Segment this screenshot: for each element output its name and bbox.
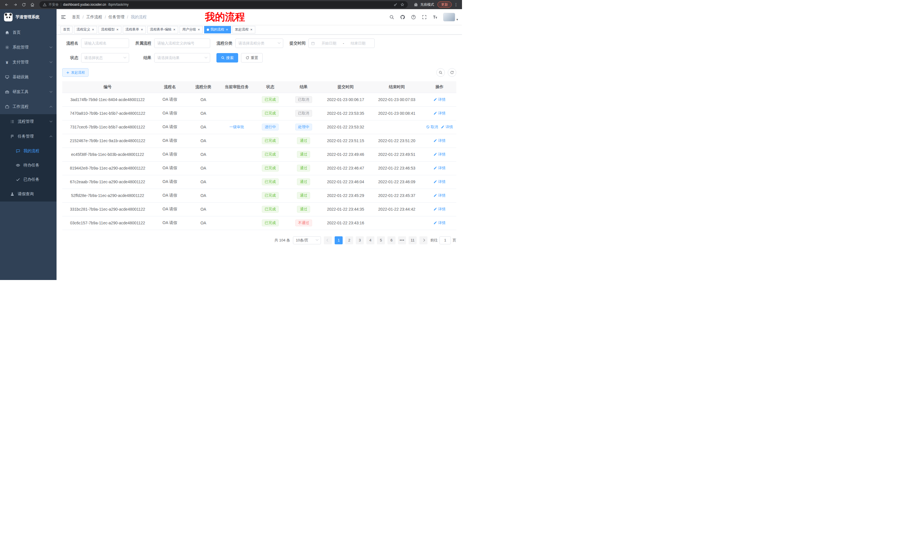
view-tab[interactable]: 流程模型×: [99, 26, 122, 33]
create-process-button[interactable]: 发起流程: [62, 68, 88, 77]
parent-process-input[interactable]: [158, 41, 207, 45]
task-link[interactable]: 一级审批: [229, 124, 244, 130]
user-avatar[interactable]: ▾: [443, 13, 458, 21]
close-icon[interactable]: ×: [173, 28, 176, 31]
detail-action[interactable]: 详情: [434, 179, 446, 184]
sidebar-item-leave-query[interactable]: 请假查询: [0, 187, 57, 202]
cell-name: OA 请假: [153, 93, 187, 106]
back-icon[interactable]: [3, 1, 10, 8]
cell-task: [220, 189, 254, 202]
reset-button[interactable]: 重置: [241, 53, 263, 63]
close-icon[interactable]: ×: [141, 28, 143, 31]
app-logo[interactable]: 芋道管理系统: [0, 9, 57, 25]
next-page-button[interactable]: [420, 236, 428, 244]
sidebar-item-payment[interactable]: ¥ 支付管理: [0, 55, 57, 70]
sidebar-item-devtools[interactable]: 研发工具: [0, 84, 57, 99]
annotation-title: 我的流程: [205, 10, 245, 24]
view-tab[interactable]: 流程表单-编辑×: [147, 26, 178, 33]
close-icon[interactable]: ×: [197, 28, 200, 31]
sidebar-item-home[interactable]: 首页: [0, 25, 57, 40]
start-date-placeholder[interactable]: 开始日期: [315, 41, 343, 46]
help-icon[interactable]: [411, 14, 416, 20]
font-size-icon[interactable]: [432, 14, 438, 20]
breadcrumb-item[interactable]: 工作流程: [86, 15, 102, 20]
sidebar-item-todo-tasks[interactable]: 待办任务: [0, 158, 57, 172]
view-tab[interactable]: 用户分组×: [180, 26, 203, 33]
detail-action[interactable]: 详情: [441, 124, 453, 130]
page-button[interactable]: 3: [356, 236, 364, 244]
cancel-action[interactable]: 取消: [426, 124, 438, 130]
detail-action[interactable]: 详情: [434, 207, 446, 212]
close-icon[interactable]: ×: [226, 28, 228, 31]
browser-menu-icon[interactable]: ⋮: [453, 2, 459, 7]
detail-action[interactable]: 详情: [434, 193, 446, 198]
page-button[interactable]: 5: [377, 236, 385, 244]
reload-icon[interactable]: [20, 1, 27, 8]
browser-update-button[interactable]: 更新: [438, 1, 452, 8]
refresh-icon: [246, 56, 249, 60]
column-header: 编号: [62, 81, 153, 93]
pagination-ellipsis[interactable]: •••: [398, 236, 406, 244]
fullscreen-icon[interactable]: [422, 14, 427, 20]
detail-action[interactable]: 详情: [434, 97, 446, 102]
hamburger-icon[interactable]: [60, 14, 67, 20]
column-header: 提交时间: [320, 81, 371, 93]
view-tab[interactable]: 发起流程×: [232, 26, 255, 33]
category-select[interactable]: 请选择流程分类: [235, 39, 283, 48]
goto-page-input[interactable]: [440, 236, 451, 244]
breadcrumb-item[interactable]: 任务管理: [108, 15, 124, 20]
page-button[interactable]: 1: [334, 236, 343, 244]
view-tab[interactable]: 首页: [60, 26, 72, 33]
password-key-icon[interactable]: [393, 3, 398, 7]
detail-action[interactable]: 详情: [434, 166, 446, 171]
address-bar[interactable]: 不安全 dashboard.yudao.iocoder.cn/bpm/task/…: [39, 1, 408, 8]
column-header: 流程分类: [187, 81, 220, 93]
prev-page-button[interactable]: [324, 236, 332, 244]
end-date-placeholder[interactable]: 结束日期: [344, 41, 372, 46]
cell-submit-time: 2022-01-23 00:06:17: [320, 93, 371, 106]
view-tab[interactable]: 流程定义×: [74, 26, 97, 33]
view-tab[interactable]: 我的流程×: [204, 26, 231, 33]
close-icon[interactable]: ×: [92, 28, 94, 31]
active-dot: [207, 28, 209, 31]
detail-action[interactable]: 详情: [434, 138, 446, 143]
view-tab[interactable]: 流程表单×: [123, 26, 146, 33]
sidebar-item-task-management[interactable]: 任务管理: [0, 129, 57, 144]
page-button[interactable]: 11: [409, 236, 417, 244]
cell-end-time: 2022-01-22 23:45:37: [370, 189, 423, 202]
sidebar-item-workflow[interactable]: 工作流程: [0, 99, 57, 114]
sidebar-item-system[interactable]: 系统管理: [0, 40, 57, 55]
result-select[interactable]: 请选择流结果: [154, 53, 210, 63]
page-button[interactable]: 6: [387, 236, 396, 244]
detail-action[interactable]: 详情: [434, 152, 446, 157]
cell-category: OA: [187, 120, 220, 134]
search-button[interactable]: 搜索: [216, 53, 238, 63]
search-icon[interactable]: [389, 14, 394, 20]
sidebar-item-my-process[interactable]: 我的流程: [0, 144, 57, 158]
detail-action[interactable]: 详情: [434, 111, 446, 116]
process-name-input[interactable]: [84, 41, 126, 45]
bookmark-star-icon[interactable]: [400, 3, 404, 7]
page-size-select[interactable]: 10条/页: [293, 236, 321, 244]
table-body: 3ad174fb-7b9d-11ec-8404-acde48001122OA 请…: [62, 93, 456, 230]
page-button[interactable]: 2: [345, 236, 353, 244]
forward-icon[interactable]: [11, 1, 19, 8]
sidebar-item-process-management[interactable]: 流程管理: [0, 114, 57, 129]
sidebar-item-infrastructure[interactable]: 基础设施: [0, 70, 57, 84]
home-button-icon[interactable]: [28, 1, 36, 8]
page-button[interactable]: 4: [366, 236, 374, 244]
table-refresh-icon[interactable]: [448, 68, 456, 77]
status-select[interactable]: 请选择状态: [81, 53, 129, 63]
sidebar-item-done-tasks[interactable]: 已办任务: [0, 172, 57, 187]
status-tag: 已完成: [262, 137, 279, 144]
table-search-icon[interactable]: [436, 68, 445, 77]
chevron-down-icon: [50, 45, 52, 48]
cell-submit-time: 2022-01-22 23:45:29: [320, 189, 371, 202]
chevron-up-icon: [50, 135, 52, 138]
github-icon[interactable]: [400, 14, 405, 20]
breadcrumb-item[interactable]: 首页: [72, 15, 80, 20]
submit-time-range-picker[interactable]: 开始日期 - 结束日期: [308, 39, 375, 48]
close-icon[interactable]: ×: [116, 28, 119, 31]
close-icon[interactable]: ×: [250, 28, 253, 31]
detail-action[interactable]: 详情: [434, 220, 446, 226]
